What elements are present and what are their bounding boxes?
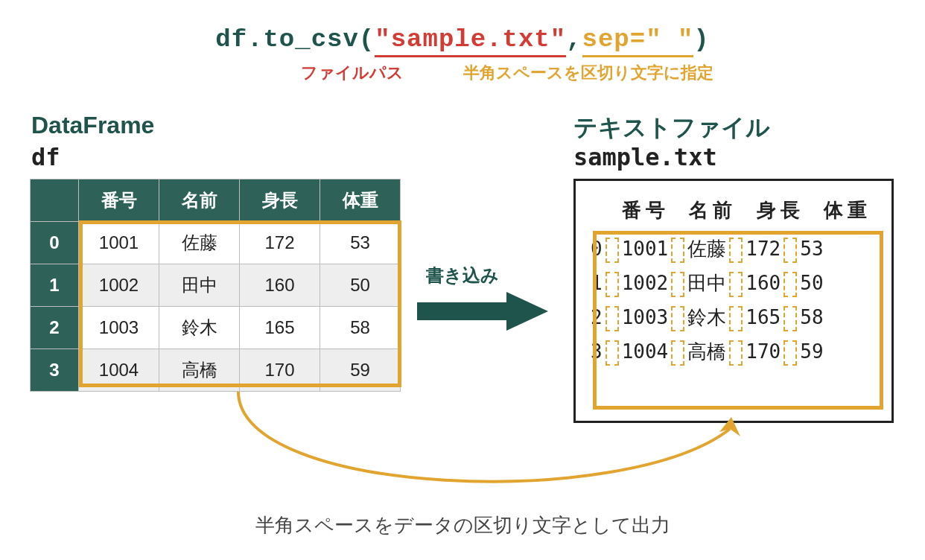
table-cell: 50 (320, 264, 401, 307)
textfile-row: 21003鈴木16558 (591, 300, 877, 334)
table-index: 1 (31, 264, 79, 307)
code-annotations: ファイルパス 半角スペースを区切り文字に指定 (30, 62, 895, 84)
space-separator-icon (671, 306, 684, 331)
textfile-token: 1004 (622, 340, 669, 363)
code-prefix: df.to_csv( (215, 25, 375, 54)
bottom-caption: 半角スペースをデータの区切り文字として出力 (0, 512, 925, 538)
code-comma: , (566, 25, 582, 54)
table-index: 3 (31, 349, 79, 392)
annotation-filepath: ファイルパス (301, 62, 404, 84)
space-separator-icon (729, 238, 743, 263)
space-separator-icon (783, 272, 797, 297)
textfile-token: 165 (746, 306, 781, 328)
dataframe-table: 番号 名前 身長 体重 0 1001 佐藤 172 53 1 1002 田中 1… (30, 179, 401, 392)
textfile-token: 佐藤 (687, 238, 726, 260)
space-separator-icon (671, 272, 684, 297)
dataframe-title: DataFrame (31, 112, 154, 139)
space-separator-icon (729, 306, 743, 331)
table-header: 体重 (320, 179, 401, 222)
table-cell: 田中 (159, 264, 240, 307)
table-cell: 172 (240, 222, 320, 264)
space-separator-icon (729, 340, 743, 366)
arrow-label: 書き込み (426, 264, 499, 287)
textfile-token: 160 (746, 272, 781, 294)
textfile-token: 59 (800, 340, 823, 363)
table-cell: 53 (320, 222, 401, 264)
textfile-token: 50 (800, 272, 823, 294)
textfile-token: 1003 (622, 306, 669, 328)
table-cell: 59 (320, 349, 401, 392)
space-separator-icon (671, 340, 684, 366)
table-cell: 1004 (79, 349, 159, 392)
table-index: 0 (31, 222, 79, 264)
textfile-row: 31004高橋17059 (591, 334, 877, 369)
space-separator-icon (605, 340, 619, 366)
table-header-row: 番号 名前 身長 体重 (31, 179, 401, 222)
table-row: 3 1004 高橋 170 59 (31, 349, 401, 392)
textfile-header: 身長 (757, 199, 804, 221)
textfile-token: 2 (591, 306, 603, 328)
textfile-token: 1001 (622, 238, 669, 260)
textfile-header: 番号 (622, 199, 670, 221)
space-separator-icon (783, 306, 797, 331)
textfile-token: 高橋 (687, 340, 726, 363)
table-cell: 165 (240, 307, 320, 349)
textfile-header-row: 番号 名前 身長 体重 (622, 193, 877, 227)
space-separator-icon (605, 306, 619, 331)
textfile-token: 3 (591, 340, 603, 363)
space-separator-icon (605, 272, 619, 297)
code-suffix: ) (693, 25, 709, 54)
table-cell: 佐藤 (159, 222, 240, 264)
textfile-token: 170 (746, 340, 781, 363)
table-cell: 高橋 (159, 349, 240, 392)
textfile-row: 01001佐藤17253 (591, 232, 877, 266)
code-arg-sep: sep=" " (582, 25, 694, 57)
table-cell: 160 (240, 264, 320, 307)
textfile-title: テキストファイル (573, 112, 770, 144)
table-cell: 1002 (79, 264, 159, 307)
space-separator-icon (671, 238, 684, 263)
code-line: df.to_csv("sample.txt", sep=" ") (30, 25, 895, 57)
space-separator-icon (605, 238, 619, 263)
textfile-token: 58 (800, 306, 823, 328)
textfile-token: 172 (746, 238, 781, 260)
textfile-token: 1 (591, 272, 603, 294)
textfile-header: 体重 (824, 199, 871, 221)
table-header: 身長 (240, 179, 320, 222)
textfile-name: sample.txt (573, 143, 717, 171)
table-cell: 鈴木 (159, 307, 240, 349)
textfile-token: 1002 (622, 272, 669, 294)
table-row: 1 1002 田中 160 50 (31, 264, 401, 307)
textfile-token: 53 (800, 238, 823, 260)
textfile-header: 名前 (689, 199, 737, 221)
table-row: 0 1001 佐藤 172 53 (31, 222, 401, 264)
table-cell: 170 (240, 349, 320, 392)
textfile-box: 番号 名前 身長 体重 01001佐藤1725311002田中160502100… (573, 179, 894, 423)
textfile-token: 鈴木 (687, 306, 726, 328)
table-cell: 58 (320, 307, 401, 349)
dataframe-varname: df (31, 143, 60, 171)
textfile-token: 田中 (687, 272, 726, 294)
table-row: 2 1003 鈴木 165 58 (31, 307, 401, 349)
table-corner-cell (31, 179, 79, 222)
table-cell: 1003 (79, 307, 159, 349)
table-header: 番号 (79, 179, 159, 222)
table-index: 2 (31, 307, 79, 349)
textfile-token: 0 (591, 238, 603, 260)
space-separator-icon (783, 340, 797, 366)
table-cell: 1001 (79, 222, 159, 264)
annotation-sep: 半角スペースを区切り文字に指定 (463, 62, 713, 84)
textfile-row: 11002田中16050 (591, 266, 877, 300)
code-arg-filepath: "sample.txt" (375, 25, 566, 57)
table-header: 名前 (159, 179, 240, 222)
arrow-right-icon (417, 289, 551, 334)
space-separator-icon (783, 238, 797, 263)
space-separator-icon (729, 272, 743, 297)
